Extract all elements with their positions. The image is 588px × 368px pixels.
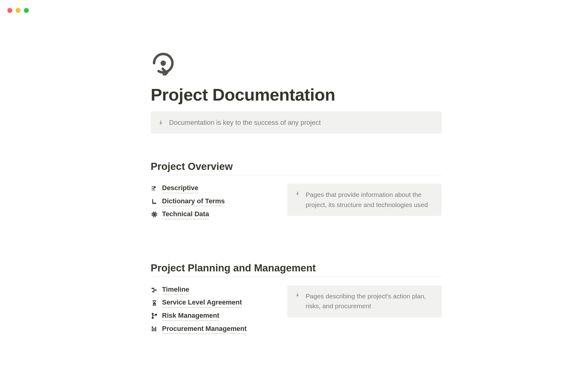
section-callout-column: Pages that provide information about the… — [287, 184, 442, 216]
page-content: Project Documentation Documentation is k… — [151, 49, 442, 334]
page-icon-cycle-arrow[interactable] — [151, 49, 176, 77]
svg-rect-21 — [153, 305, 156, 305]
section-title[interactable]: Project Planning and Management — [151, 262, 442, 274]
page-link-descriptive[interactable]: Descriptive — [151, 184, 279, 193]
page-link-sla[interactable]: Service Level Agreement — [151, 298, 279, 308]
svg-point-28 — [152, 326, 153, 328]
section-callout[interactable]: Pages that provide information about the… — [287, 184, 442, 216]
branch-icon — [151, 312, 158, 320]
pin-icon — [294, 291, 301, 311]
svg-point-23 — [152, 317, 153, 319]
svg-point-24 — [155, 314, 157, 316]
page-link-dictionary[interactable]: Dictionary of Terms — [151, 197, 279, 206]
section-divider — [151, 175, 442, 175]
page-link-label: Service Level Agreement — [162, 298, 242, 308]
section-callout-text: Pages that provide information about the… — [306, 190, 435, 210]
page-link-label: Dictionary of Terms — [162, 197, 225, 206]
page-link-risk[interactable]: Risk Management — [151, 311, 279, 321]
page-link-procurement[interactable]: Procurement Management — [151, 324, 279, 334]
page-link-label: Technical Data — [162, 210, 209, 219]
page-link-label: Descriptive — [162, 184, 198, 193]
page-title[interactable]: Project Documentation — [151, 85, 442, 105]
section-project-overview: Project Overview Descriptive Dictionary … — [151, 161, 442, 219]
pin-icon — [157, 119, 164, 126]
window-traffic-lights — [7, 8, 29, 13]
section-project-planning: Project Planning and Management Timeline… — [151, 262, 442, 334]
page-callout-text: Documentation is key to the success of a… — [169, 117, 321, 128]
page-link-timeline[interactable]: Timeline — [151, 285, 279, 295]
chip-icon — [151, 211, 158, 218]
page-link-technical-data[interactable]: Technical Data — [151, 210, 279, 219]
svg-rect-25 — [152, 329, 153, 331]
svg-point-22 — [152, 313, 153, 315]
svg-rect-20 — [153, 300, 156, 301]
svg-rect-8 — [153, 214, 155, 216]
chart-user-icon — [151, 325, 158, 333]
page-link-label: Procurement Management — [162, 324, 247, 334]
section-title[interactable]: Project Overview — [151, 161, 442, 172]
page-links-column: Descriptive Dictionary of Terms Technica… — [151, 184, 279, 219]
svg-rect-27 — [155, 327, 156, 332]
svg-rect-6 — [152, 199, 153, 204]
page-callout[interactable]: Documentation is key to the success of a… — [151, 111, 442, 134]
svg-point-0 — [160, 60, 166, 66]
svg-rect-19 — [152, 291, 154, 293]
section-callout-column: Pages describing the project's action pl… — [287, 285, 442, 317]
page-link-label: Risk Management — [162, 311, 219, 321]
book-icon — [151, 198, 158, 205]
hourglass-icon — [151, 299, 158, 307]
svg-rect-5 — [153, 203, 156, 204]
window-minimize-button[interactable] — [16, 8, 21, 13]
svg-rect-18 — [153, 289, 156, 291]
svg-rect-17 — [152, 288, 154, 289]
section-body: Timeline Service Level Agreement Risk Ma… — [151, 285, 442, 334]
section-body: Descriptive Dictionary of Terms Technica… — [151, 184, 442, 219]
section-callout-text: Pages describing the project's action pl… — [306, 291, 435, 311]
page-link-label: Timeline — [162, 285, 189, 295]
edit-list-icon — [151, 185, 158, 192]
page-links-column: Timeline Service Level Agreement Risk Ma… — [151, 285, 279, 334]
window-close-button[interactable] — [7, 8, 12, 13]
timeline-icon — [151, 286, 158, 293]
svg-rect-26 — [153, 328, 154, 331]
window-zoom-button[interactable] — [24, 8, 29, 13]
pin-icon — [294, 190, 301, 210]
section-callout[interactable]: Pages describing the project's action pl… — [287, 285, 442, 317]
section-divider — [151, 276, 442, 277]
